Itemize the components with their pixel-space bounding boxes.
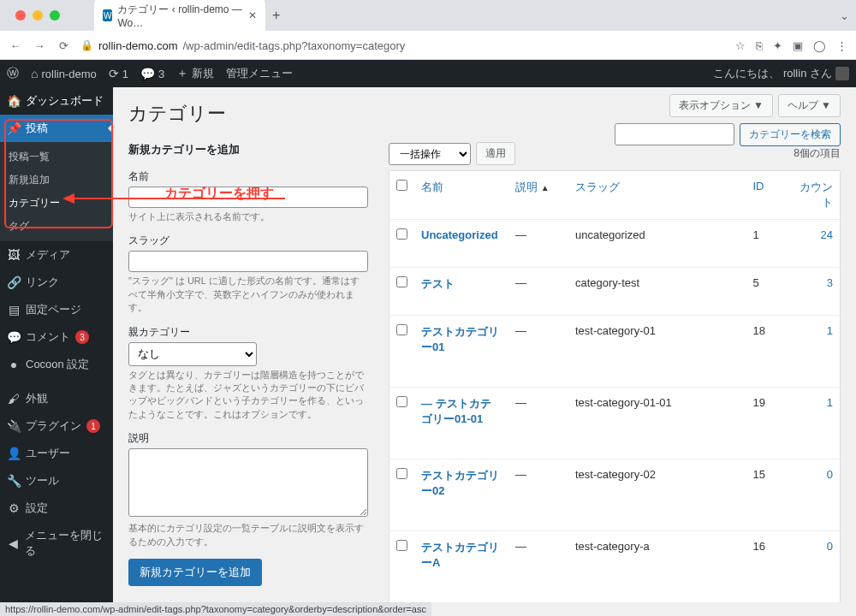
search-button[interactable]: カテゴリーを検索: [740, 123, 841, 146]
count-link[interactable]: 3: [827, 276, 833, 289]
submenu-tags[interactable]: タグ: [0, 215, 113, 238]
row-slug: test-category-02: [568, 459, 746, 531]
reload-icon[interactable]: ⟳: [56, 38, 70, 52]
sidebar-item-users[interactable]: 👤ユーザー: [0, 440, 113, 467]
minimize-window-icon[interactable]: [33, 10, 43, 21]
row-id: 1: [746, 220, 789, 268]
new-tab-icon[interactable]: +: [272, 8, 280, 23]
sidebar-item-media[interactable]: 🖼メディア: [0, 241, 113, 269]
comments-badge: 3: [75, 330, 89, 344]
sidebar-item-links[interactable]: 🔗リンク: [0, 269, 113, 296]
link-icon: 🔗: [7, 275, 21, 289]
sidebar-item-settings[interactable]: ⚙設定: [0, 495, 113, 522]
slug-input[interactable]: [128, 251, 368, 272]
col-desc[interactable]: 説明 ▲: [508, 171, 568, 220]
sidebar-item-dashboard[interactable]: 🏠ダッシュボード: [0, 87, 113, 115]
category-link[interactable]: テストカテゴリーA: [421, 541, 499, 569]
menu-icon[interactable]: ⋮: [836, 39, 847, 52]
category-link[interactable]: テスト: [421, 277, 455, 290]
count-link[interactable]: 1: [827, 396, 833, 409]
sidebar-item-appearance[interactable]: 🖌外観: [0, 385, 113, 412]
browser-status-bar: https://rollin-demo.com/wp-admin/edit-ta…: [0, 602, 431, 616]
back-icon[interactable]: ←: [9, 38, 22, 52]
select-all-header[interactable]: [389, 171, 415, 220]
col-slug[interactable]: スラッグ: [568, 171, 746, 220]
parent-select[interactable]: なし: [128, 342, 257, 366]
row-desc: —: [508, 531, 568, 603]
wp-logo-icon[interactable]: ⓦ: [7, 66, 19, 81]
row-name: テストカテゴリーA: [414, 531, 508, 603]
col-name[interactable]: 名前: [414, 171, 508, 220]
category-list: 一括操作 適用 8個の項目 名前 説明 ▲ スラッグ ID カウント: [389, 142, 841, 603]
count-link[interactable]: 24: [821, 228, 833, 241]
screen-options-button[interactable]: 表示オプション ▼: [669, 94, 773, 117]
apply-button[interactable]: 適用: [476, 142, 515, 165]
sidebar-item-cocoon[interactable]: ●Cocoon 設定: [0, 351, 113, 378]
count-link[interactable]: 1: [827, 324, 833, 337]
user-icon: 👤: [7, 447, 21, 460]
manage-menu-link[interactable]: 管理メニュー: [226, 66, 293, 81]
table-row: テスト — category-test 5 3: [389, 268, 841, 316]
table-row: テストカテゴリー01 — test-category-01 18 1: [389, 316, 841, 388]
row-checkbox[interactable]: [396, 468, 407, 479]
comments-link[interactable]: 💬3: [140, 67, 164, 80]
sidebar-item-tools[interactable]: 🔧ツール: [0, 467, 113, 495]
row-id: 16: [746, 531, 789, 603]
category-link[interactable]: テストカテゴリー02: [421, 469, 499, 497]
row-checkbox[interactable]: [396, 228, 407, 240]
help-button[interactable]: ヘルプ ▼: [778, 94, 841, 117]
close-window-icon[interactable]: [15, 10, 26, 21]
browser-tab[interactable]: W カテゴリー ‹ rollin-demo — Wo… ✕: [94, 0, 265, 34]
star-icon[interactable]: ☆: [735, 39, 746, 52]
select-all-checkbox[interactable]: [396, 180, 407, 191]
category-link[interactable]: — テストカテゴリー01-01: [421, 397, 491, 425]
col-id[interactable]: ID: [746, 171, 789, 220]
tab-close-icon[interactable]: ✕: [248, 9, 257, 21]
chevron-down-icon[interactable]: ⌄: [840, 9, 849, 22]
url-field[interactable]: 🔒 rollin-demo.com/wp-admin/edit-tags.php…: [80, 39, 725, 52]
category-link[interactable]: Uncategorized: [421, 228, 498, 241]
row-checkbox[interactable]: [396, 276, 407, 287]
row-slug: category-test: [568, 268, 746, 316]
forward-icon[interactable]: →: [33, 38, 46, 52]
sidebar-item-comments[interactable]: 💬コメント 3: [0, 323, 113, 351]
category-search-input[interactable]: [615, 123, 734, 145]
count-link[interactable]: 0: [827, 540, 833, 553]
row-checkbox[interactable]: [396, 396, 407, 407]
description-input[interactable]: [128, 448, 368, 517]
posts-submenu: 投稿一覧 新規追加 カテゴリー タグ: [0, 142, 113, 241]
submenu-add-new[interactable]: 新規追加: [0, 169, 113, 192]
sidebar-item-posts[interactable]: 📌投稿: [0, 115, 113, 142]
name-input[interactable]: [128, 187, 368, 208]
col-count[interactable]: カウント: [789, 171, 841, 220]
maximize-window-icon[interactable]: [50, 10, 60, 21]
add-category-form: 新規カテゴリーを追加 名前 サイト上に表示される名前です。 スラッグ "スラッグ…: [128, 142, 368, 603]
sidebar-collapse[interactable]: ◀メニューを閉じる: [0, 522, 113, 565]
camera-icon[interactable]: ⎘: [756, 39, 763, 52]
window-controls: [7, 10, 68, 21]
site-link[interactable]: ⌂rollin-demo: [31, 67, 97, 80]
collapse-icon: ◀: [7, 536, 20, 550]
count-link[interactable]: 0: [827, 468, 833, 481]
table-row: テストカテゴリーA — test-category-a 16 0: [389, 531, 841, 603]
bulk-select[interactable]: 一括操作: [389, 143, 471, 165]
window-icon[interactable]: ▣: [793, 39, 803, 52]
updates-link[interactable]: ⟳1: [109, 67, 128, 80]
row-slug: test-category-01-01: [568, 388, 746, 459]
profile-icon[interactable]: ◯: [813, 39, 826, 52]
sidebar-item-pages[interactable]: ▤固定ページ: [0, 296, 113, 323]
category-link[interactable]: テストカテゴリー01: [421, 325, 499, 353]
submenu-categories[interactable]: カテゴリー: [0, 192, 113, 215]
greeting[interactable]: こんにちは、 rollin さん: [713, 66, 849, 81]
row-slug: uncategorized: [568, 220, 746, 268]
extension-icon[interactable]: ✦: [773, 39, 782, 52]
row-checkbox[interactable]: [396, 324, 407, 335]
new-link[interactable]: ＋新規: [176, 66, 214, 81]
sidebar-item-plugins[interactable]: 🔌プラグイン 1: [0, 412, 113, 440]
url-domain: rollin-demo.com: [98, 39, 177, 52]
wrench-icon: 🔧: [7, 474, 21, 488]
row-slug: test-category-a: [568, 531, 746, 603]
submenu-all-posts[interactable]: 投稿一覧: [0, 145, 113, 169]
submit-button[interactable]: 新規カテゴリーを追加: [128, 559, 262, 586]
row-checkbox[interactable]: [396, 540, 407, 551]
